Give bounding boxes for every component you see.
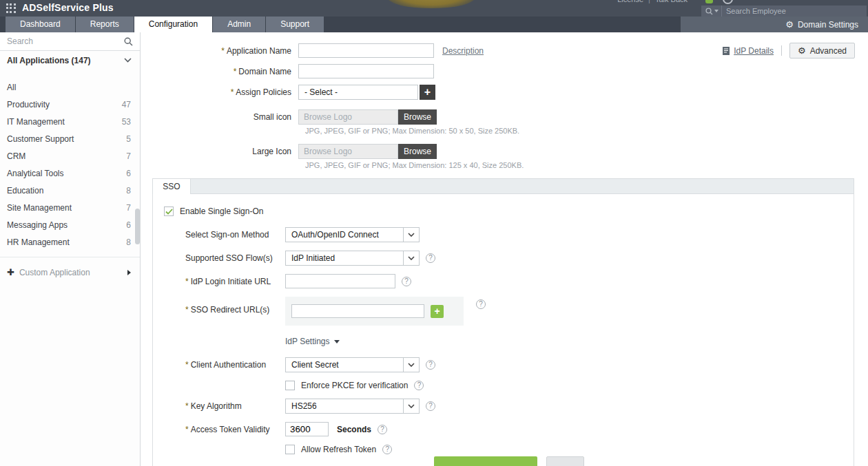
sso-flows-label: Supported SSO Flow(s) (185, 253, 285, 263)
sso-flows-select[interactable]: IdP Initiated (285, 251, 420, 266)
key-algorithm-label: *Key Algorithm (185, 401, 285, 411)
help-icon[interactable]: ? (426, 253, 435, 263)
assign-policies-select[interactable]: - Select - (298, 85, 418, 100)
divider (781, 45, 782, 56)
small-icon-filename-field[interactable]: Browse Logo (298, 109, 398, 125)
applications-sidebar: All Applications (147) All Productivity4… (0, 32, 141, 466)
chevron-down-icon (334, 340, 340, 343)
token-validity-input[interactable] (285, 422, 329, 436)
sidebar-item-customer-support[interactable]: Customer Support5 (0, 130, 140, 147)
redirect-url-input[interactable] (291, 304, 424, 318)
small-icon-browse-button[interactable]: Browse (398, 109, 437, 125)
sso-section: SSO Enable Single Sign-On Select Sign-on… (152, 178, 854, 466)
client-auth-select[interactable]: Client Secret (285, 357, 420, 372)
applications-filter-header[interactable]: All Applications (147) (0, 51, 140, 70)
domain-settings-button[interactable]: ⚙ Domain Settings (681, 17, 868, 32)
large-icon-filename-field[interactable]: Browse Logo (298, 144, 398, 159)
description-link[interactable]: Description (442, 46, 484, 56)
help-icon[interactable]: ? (426, 401, 435, 411)
help-icon[interactable]: ? (476, 299, 486, 309)
license-link[interactable]: License (617, 0, 643, 3)
save-button[interactable] (434, 456, 537, 466)
sidebar-scrollbar[interactable] (135, 209, 140, 244)
advanced-button[interactable]: ⚙ Advanced (789, 43, 855, 59)
application-category-list: All Productivity47 IT Management53 Custo… (0, 70, 140, 251)
sidebar-item-site-management[interactable]: Site Management7 (0, 199, 140, 216)
top-header: ADSelfService Plus License|Talk Back (0, 0, 868, 17)
sidebar-item-messaging-apps[interactable]: Messaging Apps6 (0, 216, 140, 233)
search-icon (705, 8, 713, 15)
help-icon[interactable]: ? (382, 445, 392, 454)
large-icon-browse-button[interactable]: Browse (398, 144, 437, 159)
help-icon[interactable]: ? (426, 360, 435, 370)
sidebar-item-hr-management[interactable]: HR Management8 (0, 233, 140, 251)
application-name-input[interactable] (298, 43, 434, 58)
talkback-link[interactable]: Talk Back (655, 0, 688, 3)
feedback-icon[interactable] (705, 0, 713, 3)
cancel-button[interactable] (546, 456, 584, 466)
pkce-checkbox[interactable] (285, 381, 295, 390)
tab-dashboard[interactable]: Dashboard (6, 17, 75, 32)
tab-configuration[interactable]: Configuration (134, 17, 212, 32)
check-icon (165, 209, 173, 215)
header-links: License|Talk Back (617, 0, 688, 3)
refresh-token-checkbox[interactable] (285, 445, 295, 454)
help-icon[interactable]: ? (414, 381, 424, 390)
main-content: IdP Details ⚙ Advanced *Application Name… (141, 32, 868, 466)
idp-settings-toggle[interactable]: IdP Settings (285, 337, 340, 346)
search-icon[interactable] (124, 37, 133, 46)
gear-icon: ⚙ (798, 46, 806, 55)
sidebar-search (0, 32, 140, 51)
assign-policies-label: *Assign Policies (141, 87, 298, 97)
idp-login-url-input[interactable] (285, 274, 395, 288)
employee-search-scope[interactable] (701, 6, 722, 17)
custom-application-button[interactable]: ✚ Custom Application (0, 264, 140, 281)
idp-details-link[interactable]: IdP Details (722, 46, 774, 56)
tab-sso[interactable]: SSO (153, 179, 191, 194)
domain-name-label: *Domain Name (141, 67, 298, 76)
tab-admin[interactable]: Admin (213, 17, 265, 32)
chevron-down-icon (403, 358, 419, 372)
chevron-down-icon (403, 399, 419, 413)
sidebar-item-analytical-tools[interactable]: Analytical Tools6 (0, 165, 140, 182)
sidebar-item-all[interactable]: All (0, 78, 140, 96)
redirect-urls-label: *SSO Redirect URL(s) (185, 297, 285, 315)
chevron-down-icon (403, 228, 419, 242)
tab-support[interactable]: Support (266, 17, 324, 32)
refresh-token-label: Allow Refresh Token (301, 445, 376, 454)
app-grid-icon[interactable] (6, 3, 16, 13)
sidebar-item-productivity[interactable]: Productivity47 (0, 96, 140, 113)
sidebar-divider (0, 257, 140, 257)
gear-icon: ⚙ (785, 20, 794, 29)
sidebar-item-crm[interactable]: CRM7 (0, 147, 140, 165)
enable-sso-label: Enable Single Sign-On (180, 206, 263, 216)
token-validity-unit: Seconds (337, 425, 371, 434)
sidebar-search-input[interactable] (7, 36, 124, 46)
application-name-label: *Application Name (141, 46, 298, 56)
product-title: ADSelfService Plus (22, 2, 114, 13)
sidebar-item-it-management[interactable]: IT Management53 (0, 113, 140, 130)
main-nav: Dashboard Reports Configuration Admin Su… (0, 17, 868, 32)
user-avatar-icon[interactable] (723, 0, 733, 4)
document-icon (722, 46, 730, 56)
employee-search-input[interactable] (722, 7, 867, 15)
chevron-down-icon (124, 58, 132, 63)
enable-sso-checkbox[interactable] (164, 206, 174, 216)
tab-reports[interactable]: Reports (76, 17, 134, 32)
sidebar-item-education[interactable]: Education8 (0, 182, 140, 199)
large-icon-hint: JPG, JPEG, GIF or PNG; Max Dimension: 12… (305, 161, 868, 169)
employee-search (701, 6, 867, 17)
add-redirect-url-button[interactable]: + (431, 305, 444, 318)
plus-icon: ✚ (7, 267, 14, 277)
domain-name-input[interactable] (298, 64, 434, 78)
help-icon[interactable]: ? (378, 425, 387, 434)
sign-on-method-select[interactable]: OAuth/OpenID Connect (285, 227, 420, 242)
client-auth-label: *Client Authentication (185, 360, 285, 370)
banner-graphic (388, 0, 475, 8)
large-icon-label: Large Icon (141, 147, 298, 156)
small-icon-label: Small icon (141, 112, 298, 122)
help-icon[interactable]: ? (402, 277, 411, 286)
key-algorithm-select[interactable]: HS256 (285, 399, 420, 414)
sso-tabstrip: SSO (152, 178, 854, 194)
add-policy-button[interactable]: + (420, 85, 435, 100)
